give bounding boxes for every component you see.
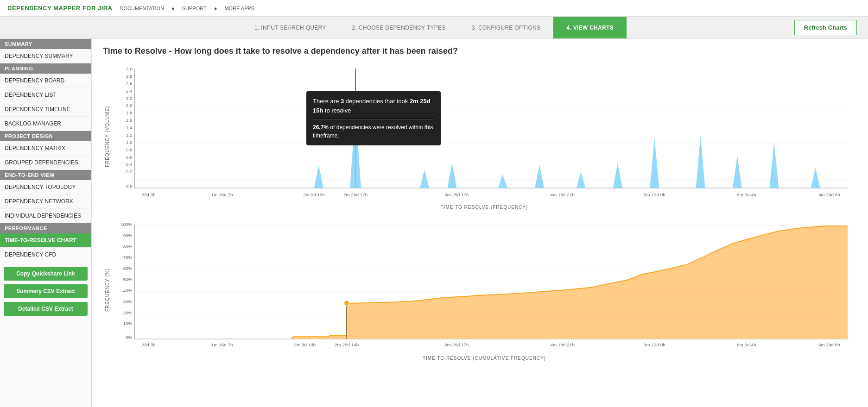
sidebar-item-grouped-dependencies[interactable]: GROUPED DEPENDENCIES — [0, 156, 91, 170]
svg-text:0.4: 0.4 — [126, 162, 133, 167]
svg-text:2m 25d 17h: 2m 25d 17h — [343, 192, 367, 197]
frequency-volume-chart: FREQUENCY (VOLUME) There are 3 dependenc… — [103, 63, 857, 210]
y-axis-label-chart2: FREQUENCY (%) — [103, 219, 112, 361]
x-axis-label-chart1: TIME TO RESOLVE (FREQUENCY) — [112, 205, 857, 210]
svg-text:2.2: 2.2 — [126, 96, 133, 101]
chart-tooltip: There are 3 dependencies that took 2m 25… — [306, 91, 441, 145]
svg-text:6m 29d 8h: 6m 29d 8h — [818, 192, 840, 197]
page-title: Time to Resolve - How long does it take … — [103, 46, 857, 56]
detailed-csv-button[interactable]: Detailed CSV Extract — [4, 302, 88, 316]
sidebar-section-summary: SUMMARY — [0, 39, 91, 49]
sidebar-item-dependency-board[interactable]: DEPENDENCY BOARD — [0, 74, 91, 88]
sidebar-item-backlog-manager[interactable]: BACKLOG MANAGER — [0, 117, 91, 131]
svg-marker-31 — [650, 138, 659, 188]
svg-marker-29 — [577, 172, 586, 188]
svg-text:3m 25d 17h: 3m 25d 17h — [444, 192, 469, 197]
nav-more-apps[interactable]: MORE APPS — [224, 6, 254, 11]
chart1-svg: 3.0 2.8 2.6 2.4 2.2 2.0 1.8 1.6 1.4 1.2 … — [112, 63, 857, 202]
sidebar-item-dependency-matrix[interactable]: DEPENDENCY MATRIX — [0, 141, 91, 156]
svg-marker-63 — [135, 226, 848, 339]
svg-text:2m 9d 10h: 2m 9d 10h — [303, 192, 325, 197]
chart1-inner: There are 3 dependencies that took 2m 25… — [112, 63, 857, 210]
nav-documentation[interactable]: DOCUMENTATION — [120, 6, 165, 11]
sidebar-item-individual-dependencies[interactable]: INDIVIDUAL DEPENDENCIES — [0, 209, 91, 223]
y-axis-label-chart1: FREQUENCY (VOLUME) — [103, 63, 112, 210]
sidebar-item-dependency-network[interactable]: DEPENDENCY NETWORK — [0, 194, 91, 209]
svg-text:0%: 0% — [126, 335, 133, 340]
svg-text:23d 3h: 23d 3h — [141, 342, 155, 347]
svg-marker-30 — [613, 163, 622, 188]
sidebar: SUMMARY DEPENDENCY SUMMARY PLANNING DEPE… — [0, 39, 92, 407]
svg-text:60%: 60% — [123, 266, 133, 271]
svg-text:100%: 100% — [120, 222, 133, 227]
top-bar: DEPENDENCY MAPPER FOR JIRA DOCUMENTATION… — [0, 0, 868, 17]
sidebar-item-dependency-topology[interactable]: DEPENDENCY TOPOLOGY — [0, 180, 91, 194]
nav-support[interactable]: SUPPORT — [182, 6, 207, 11]
svg-text:10%: 10% — [123, 321, 133, 326]
svg-text:3m 25d 17h: 3m 25d 17h — [444, 342, 469, 347]
svg-text:2m 25d 14h: 2m 25d 14h — [335, 342, 359, 347]
svg-text:50%: 50% — [123, 277, 133, 282]
tooltip-line1: There are 3 dependencies that took 2m 25… — [313, 97, 434, 115]
svg-text:4m 18d 21h: 4m 18d 21h — [551, 192, 575, 197]
svg-text:0.2: 0.2 — [126, 169, 133, 174]
svg-text:90%: 90% — [123, 233, 133, 238]
step-3[interactable]: 3. CONFIGURE OPTIONS — [459, 25, 554, 31]
svg-text:0.0: 0.0 — [126, 184, 133, 189]
summary-csv-button[interactable]: Summary CSV Extract — [4, 284, 88, 298]
svg-point-65 — [344, 301, 349, 306]
svg-text:2.4: 2.4 — [126, 88, 133, 94]
svg-text:6m 29d 8h: 6m 29d 8h — [818, 342, 840, 347]
svg-marker-33 — [733, 156, 742, 188]
x-axis-label-chart2: TIME TO RESOLVE (CUMULATIVE FREQUENCY) — [112, 356, 857, 361]
svg-marker-35 — [811, 167, 820, 188]
nav-links: DOCUMENTATION ● SUPPORT ● MORE APPS — [120, 6, 255, 11]
svg-text:40%: 40% — [123, 288, 133, 293]
sidebar-section-planning: PLANNING — [0, 63, 91, 74]
sidebar-item-dependency-timeline[interactable]: DEPENDENCY TIMELINE — [0, 102, 91, 117]
sidebar-item-dependency-list[interactable]: DEPENDENCY LIST — [0, 88, 91, 102]
svg-text:2.0: 2.0 — [126, 103, 133, 108]
layout: SUMMARY DEPENDENCY SUMMARY PLANNING DEPE… — [0, 39, 868, 407]
sidebar-item-dependency-cfd[interactable]: DEPENDENCY CFD — [0, 248, 91, 262]
svg-text:0.6: 0.6 — [126, 155, 133, 160]
sidebar-section-end-to-end: END-TO-END VIEW — [0, 170, 91, 180]
svg-text:30%: 30% — [123, 299, 133, 304]
sidebar-item-dependency-summary[interactable]: DEPENDENCY SUMMARY — [0, 49, 91, 63]
cumulative-frequency-chart: FREQUENCY (%) 100% 90% 80% 70% 60% 50% — [103, 219, 857, 361]
svg-marker-32 — [696, 135, 705, 188]
svg-marker-21 — [314, 165, 323, 188]
dot2: ● — [214, 6, 217, 11]
steps-bar: 1. INPUT SEARCH QUERY 2. CHOOSE DEPENDEN… — [0, 17, 868, 39]
dot1: ● — [171, 6, 175, 11]
step-1[interactable]: 1. INPUT SEARCH QUERY — [241, 25, 339, 31]
sidebar-section-performance: PERFORMANCE — [0, 223, 91, 233]
svg-text:2m 9d 10h: 2m 9d 10h — [294, 342, 316, 347]
svg-text:6m 5d 4h: 6m 5d 4h — [737, 342, 756, 347]
refresh-charts-button[interactable]: Refresh Charts — [794, 20, 857, 35]
svg-marker-25 — [420, 169, 429, 188]
svg-text:23d 3h: 23d 3h — [141, 192, 155, 197]
svg-text:1m 16d 7h: 1m 16d 7h — [211, 342, 233, 347]
svg-text:4m 18d 21h: 4m 18d 21h — [551, 342, 575, 347]
svg-text:70%: 70% — [123, 255, 133, 260]
svg-text:1.6: 1.6 — [126, 118, 133, 123]
step-4[interactable]: 4. VIEW CHARTS — [553, 17, 627, 38]
svg-text:6m 5d 4h: 6m 5d 4h — [737, 192, 756, 197]
sidebar-buttons: Copy Quickshare Link Summary CSV Extract… — [0, 262, 91, 320]
step-2[interactable]: 2. CHOOSE DEPENDENCY TYPES — [339, 25, 459, 31]
svg-text:5m 12d 0h: 5m 12d 0h — [644, 192, 665, 197]
svg-marker-28 — [535, 165, 544, 188]
chart2-inner: 100% 90% 80% 70% 60% 50% 40% 30% 20% 10%… — [112, 219, 857, 361]
svg-text:1.4: 1.4 — [126, 125, 133, 130]
copy-quickshare-button[interactable]: Copy Quickshare Link — [4, 267, 88, 281]
svg-marker-34 — [769, 142, 779, 188]
sidebar-item-time-to-resolve[interactable]: TIME-TO-RESOLVE CHART — [0, 233, 91, 248]
tooltip-line2: 26.7% of dependencies were resolved with… — [313, 123, 434, 140]
svg-text:80%: 80% — [123, 244, 133, 249]
svg-text:3.0: 3.0 — [126, 66, 133, 71]
svg-text:2.6: 2.6 — [126, 81, 133, 86]
svg-text:0.8: 0.8 — [126, 147, 133, 152]
chart2-svg: 100% 90% 80% 70% 60% 50% 40% 30% 20% 10%… — [112, 219, 857, 353]
svg-text:2.8: 2.8 — [126, 74, 133, 79]
